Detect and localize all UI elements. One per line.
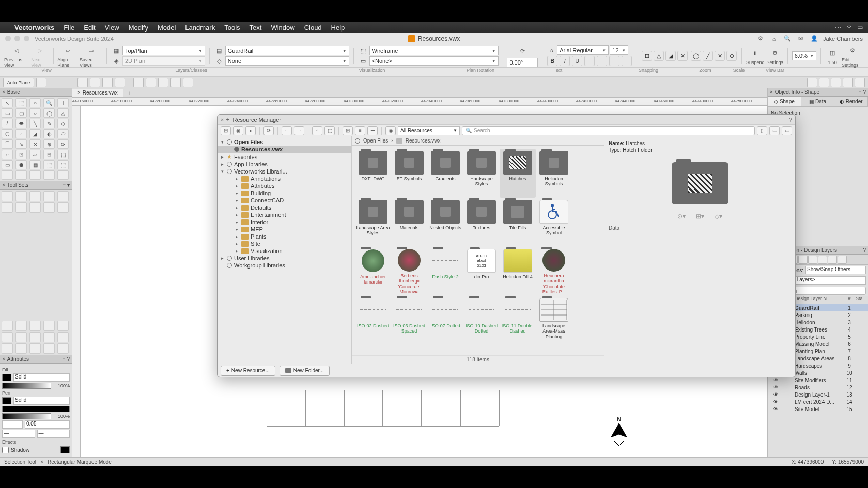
marker-end[interactable]: — <box>37 430 70 438</box>
rm-item-amelanchier-lamarckii[interactable]: Amelanchier lamarckii <box>355 247 391 296</box>
layer-select[interactable]: GuardRail▼ <box>225 46 349 55</box>
rm-tree-vw-interior[interactable]: ▸Interior <box>218 218 351 226</box>
rm-add-button[interactable]: + <box>226 116 229 123</box>
basic-tool-0[interactable]: ↖ <box>2 98 13 107</box>
rm-item-accessible-symbol[interactable]: Accessible Symbol <box>536 198 572 247</box>
oip-tab-render[interactable]: ◐Render <box>834 97 868 106</box>
rm-tree-open-files[interactable]: ▾Open Files <box>218 138 351 146</box>
nav-tab-8[interactable] <box>838 256 847 264</box>
snap-obj-icon[interactable]: ◯ <box>691 51 701 61</box>
basic-tool-30[interactable]: ▭ <box>2 160 13 169</box>
view-mode-2[interactable] <box>819 78 829 87</box>
menu-file[interactable]: File <box>64 24 74 32</box>
basic-tool-6[interactable]: ▢ <box>16 108 27 118</box>
toolset-btn-1[interactable] <box>16 321 27 331</box>
menubar-wifi-icon[interactable]: ⌔ <box>847 24 851 31</box>
rm-folder-hatches[interactable]: Hatches <box>500 149 536 198</box>
basic-tool-23[interactable]: ⊕ <box>43 139 55 149</box>
rotation-icon[interactable]: ⟳ <box>515 44 530 57</box>
snap-angle-icon[interactable]: △ <box>654 51 664 61</box>
nav-layer-site-modifiers[interactable]: 👁Site Modifiers11 <box>768 376 868 384</box>
new-tab-button[interactable]: + <box>123 90 135 96</box>
rm-help-button[interactable]: ? <box>789 117 792 123</box>
rm-folder-button[interactable]: ▢ <box>324 126 335 135</box>
align-center-button[interactable]: ≡ <box>597 56 607 66</box>
toolset-btn-11[interactable] <box>16 343 27 354</box>
rm-folder-dxf_dwg[interactable]: DXF_DWG <box>355 149 391 198</box>
toolset-tool-5[interactable] <box>2 202 13 213</box>
nav-layer-design-layer-1[interactable]: 👁Design Layer-113 <box>768 391 868 398</box>
toolset-btn-14[interactable] <box>57 343 69 354</box>
prev-view-button[interactable]: ◁Previous View <box>4 44 29 68</box>
saved-views-button[interactable]: ▭Saved Views <box>80 44 102 68</box>
view-mode-5[interactable] <box>855 78 865 87</box>
basic-tool-1[interactable]: ⬚ <box>16 98 27 107</box>
basic-tool-27[interactable]: ▱ <box>29 150 41 159</box>
toolset-tool-0[interactable] <box>2 191 13 201</box>
bold-button[interactable]: B <box>547 56 557 66</box>
nav-filter-select[interactable]: <All Layers> <box>785 276 866 285</box>
nav-layer-options-select[interactable]: Show/Snap Others <box>805 266 866 274</box>
nav-tab-7[interactable] <box>828 256 837 264</box>
rm-tree-vw-annotations[interactable]: ▸Annotations <box>218 175 351 182</box>
mode-opt-3[interactable] <box>158 78 168 87</box>
toolset-btn-5[interactable] <box>2 332 13 342</box>
oip-tab-data[interactable]: ▦Data <box>801 97 835 106</box>
basic-tool-24[interactable]: ⟳ <box>57 139 69 149</box>
notification-icon[interactable]: ✉ <box>796 34 805 43</box>
toolset-btn-8[interactable] <box>43 332 55 342</box>
basic-tool-2[interactable]: ○ <box>29 98 41 107</box>
menu-tools[interactable]: Tools <box>224 24 240 32</box>
traffic-close[interactable] <box>5 36 11 41</box>
toolset-btn-0[interactable] <box>2 321 13 331</box>
rm-list-view[interactable]: ≡ <box>355 126 365 135</box>
rm-folder-gradients[interactable]: Gradients <box>427 149 463 198</box>
basic-tool-36[interactable] <box>16 170 27 180</box>
align-right-button[interactable]: ≡ <box>609 56 619 66</box>
rm-search-input[interactable]: 🔍Search <box>462 126 755 135</box>
rm-item-din-pro[interactable]: ABCDabcd0123din Pro <box>463 247 500 296</box>
rm-item-iso-02-dashed[interactable]: ISO-02 Dashed <box>355 296 391 345</box>
fill-type-select[interactable]: Solid <box>13 373 70 382</box>
toolset-btn-13[interactable] <box>43 343 55 354</box>
basic-tool-28[interactable]: ⊟ <box>43 150 55 159</box>
toolset-btn-4[interactable] <box>57 321 69 331</box>
basic-tool-15[interactable]: ⬡ <box>2 129 13 138</box>
oip-header[interactable]: ×Object Info - Shape≡ ? <box>768 88 868 97</box>
scale-button[interactable]: ◫1:50 <box>825 47 840 65</box>
toolset-tool-9[interactable] <box>57 202 69 213</box>
rm-tree-vw-visualization[interactable]: ▸Visualization <box>218 247 351 255</box>
toolset-tool-4[interactable] <box>57 191 69 201</box>
rm-folder-nested-objects[interactable]: Nested Objects <box>427 198 463 247</box>
toolset-tool-8[interactable] <box>43 202 55 213</box>
basic-tool-35[interactable] <box>2 170 13 180</box>
rm-pv-icon-3[interactable]: ◇▾ <box>715 213 722 220</box>
rm-tree-vw-plants[interactable]: ▸Plants <box>218 233 351 240</box>
rm-tree-vw-mep[interactable]: ▸MEP <box>218 226 351 233</box>
line-thickness[interactable]: 0.05 <box>25 420 70 429</box>
rm-folder-tile-fills[interactable]: Tile Fills <box>500 198 536 247</box>
basic-tool-11[interactable]: ⬬ <box>16 119 27 128</box>
rm-folder-textures[interactable]: Textures <box>463 198 500 247</box>
pen-color[interactable] <box>2 397 11 404</box>
edit-settings-button[interactable]: ⚙Edit Settings <box>842 44 864 68</box>
rm-grid-view[interactable]: ⊞ <box>343 126 353 135</box>
menu-view[interactable]: View <box>105 24 119 32</box>
snap-grid-icon[interactable]: ⊞ <box>642 51 652 61</box>
align-justify-button[interactable]: ≡ <box>622 56 632 66</box>
mode-opt-1[interactable] <box>133 78 144 87</box>
basic-tool-38[interactable] <box>43 170 55 180</box>
snap-off-icon[interactable]: ✕ <box>677 51 688 61</box>
basic-tool-14[interactable]: ◇ <box>57 119 69 128</box>
basic-tool-19[interactable]: ⬭ <box>57 129 69 138</box>
toolset-btn-7[interactable] <box>29 332 41 342</box>
marker-start[interactable]: — <box>2 430 35 438</box>
search-icon[interactable]: 🔍 <box>783 34 792 43</box>
rm-tree-favorites[interactable]: ▸★Favorites <box>218 153 351 161</box>
basic-tool-33[interactable]: ⬚ <box>43 160 55 169</box>
basic-tool-37[interactable] <box>29 170 41 180</box>
pen-opacity-value[interactable]: 100% <box>53 414 70 419</box>
rm-item-iso-07-dotted[interactable]: ISO-07 Dotted <box>427 296 463 345</box>
snap-int-icon[interactable]: ✕ <box>715 51 725 61</box>
rm-tree-vw-connectcad[interactable]: ▸ConnectCAD <box>218 197 351 204</box>
